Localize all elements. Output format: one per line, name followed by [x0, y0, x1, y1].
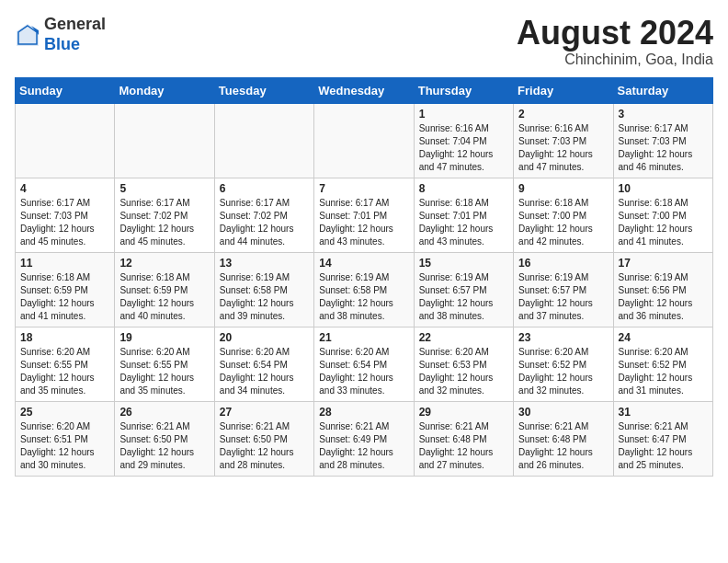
day-number: 14	[319, 257, 408, 270]
weekday-header: Tuesday	[214, 77, 313, 103]
calendar-cell: 24Sunrise: 6:20 AM Sunset: 6:52 PM Dayli…	[613, 327, 712, 401]
day-info: Sunrise: 6:20 AM Sunset: 6:52 PM Dayligh…	[518, 346, 608, 397]
day-number: 19	[119, 331, 209, 344]
weekday-header: Monday	[115, 77, 214, 103]
weekday-header: Friday	[514, 77, 613, 103]
calendar-cell: 23Sunrise: 6:20 AM Sunset: 6:52 PM Dayli…	[514, 327, 613, 401]
day-info: Sunrise: 6:19 AM Sunset: 6:57 PM Dayligh…	[419, 271, 508, 323]
day-number: 20	[220, 331, 309, 344]
calendar-cell: 19Sunrise: 6:20 AM Sunset: 6:55 PM Dayli…	[115, 327, 214, 401]
day-number: 30	[518, 406, 608, 419]
day-number: 26	[119, 406, 209, 419]
day-info: Sunrise: 6:17 AM Sunset: 7:03 PM Dayligh…	[20, 197, 109, 248]
logo-icon	[15, 22, 40, 48]
calendar-cell	[214, 103, 313, 178]
day-info: Sunrise: 6:20 AM Sunset: 6:54 PM Dayligh…	[220, 346, 309, 397]
calendar-cell: 11Sunrise: 6:18 AM Sunset: 6:59 PM Dayli…	[16, 252, 115, 327]
day-info: Sunrise: 6:21 AM Sunset: 6:50 PM Dayligh…	[220, 420, 309, 472]
calendar-cell: 31Sunrise: 6:21 AM Sunset: 6:47 PM Dayli…	[613, 401, 712, 476]
day-number: 29	[419, 406, 508, 419]
calendar-week-row: 18Sunrise: 6:20 AM Sunset: 6:55 PM Dayli…	[16, 327, 713, 401]
calendar-cell: 5Sunrise: 6:17 AM Sunset: 7:02 PM Daylig…	[115, 178, 214, 252]
page-header: General Blue August 2024 Chinchinim, Goa…	[15, 15, 713, 68]
day-info: Sunrise: 6:18 AM Sunset: 7:01 PM Dayligh…	[419, 197, 508, 248]
day-number: 21	[319, 331, 408, 344]
weekday-row: SundayMondayTuesdayWednesdayThursdayFrid…	[16, 77, 713, 103]
day-info: Sunrise: 6:20 AM Sunset: 6:53 PM Dayligh…	[419, 346, 508, 397]
day-info: Sunrise: 6:16 AM Sunset: 7:04 PM Dayligh…	[419, 122, 508, 174]
calendar-subtitle: Chinchinim, Goa, India	[517, 52, 713, 68]
calendar-cell: 10Sunrise: 6:18 AM Sunset: 7:00 PM Dayli…	[613, 178, 712, 252]
calendar-cell: 25Sunrise: 6:20 AM Sunset: 6:51 PM Dayli…	[16, 401, 115, 476]
calendar-cell: 12Sunrise: 6:18 AM Sunset: 6:59 PM Dayli…	[115, 252, 214, 327]
calendar-cell: 18Sunrise: 6:20 AM Sunset: 6:55 PM Dayli…	[16, 327, 115, 401]
day-number: 3	[619, 108, 708, 121]
day-number: 15	[419, 257, 508, 270]
title-block: August 2024 Chinchinim, Goa, India	[517, 15, 713, 68]
calendar-cell: 1Sunrise: 6:16 AM Sunset: 7:04 PM Daylig…	[414, 103, 513, 178]
calendar-week-row: 11Sunrise: 6:18 AM Sunset: 6:59 PM Dayli…	[16, 252, 713, 327]
calendar-cell: 28Sunrise: 6:21 AM Sunset: 6:49 PM Dayli…	[314, 401, 414, 476]
day-number: 13	[220, 257, 309, 270]
calendar-cell: 7Sunrise: 6:17 AM Sunset: 7:01 PM Daylig…	[314, 178, 414, 252]
day-info: Sunrise: 6:20 AM Sunset: 6:52 PM Dayligh…	[619, 346, 708, 397]
day-info: Sunrise: 6:20 AM Sunset: 6:54 PM Dayligh…	[319, 346, 408, 397]
calendar-header: SundayMondayTuesdayWednesdayThursdayFrid…	[16, 77, 713, 103]
weekday-header: Wednesday	[314, 77, 414, 103]
calendar-cell: 8Sunrise: 6:18 AM Sunset: 7:01 PM Daylig…	[414, 178, 513, 252]
calendar-table: SundayMondayTuesdayWednesdayThursdayFrid…	[15, 77, 713, 477]
day-number: 5	[119, 182, 209, 195]
day-number: 25	[20, 406, 109, 419]
calendar-week-row: 1Sunrise: 6:16 AM Sunset: 7:04 PM Daylig…	[16, 103, 713, 178]
day-info: Sunrise: 6:19 AM Sunset: 6:56 PM Dayligh…	[619, 271, 708, 323]
day-info: Sunrise: 6:21 AM Sunset: 6:50 PM Dayligh…	[119, 420, 209, 472]
day-info: Sunrise: 6:21 AM Sunset: 6:48 PM Dayligh…	[518, 420, 608, 472]
day-info: Sunrise: 6:20 AM Sunset: 6:55 PM Dayligh…	[20, 346, 109, 397]
calendar-cell: 6Sunrise: 6:17 AM Sunset: 7:02 PM Daylig…	[214, 178, 313, 252]
day-info: Sunrise: 6:21 AM Sunset: 6:48 PM Dayligh…	[419, 420, 508, 472]
day-info: Sunrise: 6:21 AM Sunset: 6:47 PM Dayligh…	[619, 420, 708, 472]
calendar-cell	[16, 103, 115, 178]
day-info: Sunrise: 6:20 AM Sunset: 6:55 PM Dayligh…	[119, 346, 209, 397]
day-info: Sunrise: 6:21 AM Sunset: 6:49 PM Dayligh…	[319, 420, 408, 472]
calendar-cell: 27Sunrise: 6:21 AM Sunset: 6:50 PM Dayli…	[214, 401, 313, 476]
day-number: 23	[518, 331, 608, 344]
day-number: 18	[20, 331, 109, 344]
day-info: Sunrise: 6:18 AM Sunset: 7:00 PM Dayligh…	[518, 197, 608, 248]
weekday-header: Thursday	[414, 77, 513, 103]
calendar-cell: 15Sunrise: 6:19 AM Sunset: 6:57 PM Dayli…	[414, 252, 513, 327]
calendar-cell	[314, 103, 414, 178]
day-number: 2	[518, 108, 608, 121]
weekday-header: Sunday	[16, 77, 115, 103]
day-info: Sunrise: 6:18 AM Sunset: 7:00 PM Dayligh…	[619, 197, 708, 248]
day-number: 27	[220, 406, 309, 419]
day-number: 4	[20, 182, 109, 195]
day-number: 28	[319, 406, 408, 419]
day-info: Sunrise: 6:19 AM Sunset: 6:58 PM Dayligh…	[319, 271, 408, 323]
calendar-cell: 16Sunrise: 6:19 AM Sunset: 6:57 PM Dayli…	[514, 252, 613, 327]
day-number: 24	[619, 331, 708, 344]
day-number: 7	[319, 182, 408, 195]
calendar-title: August 2024	[517, 15, 713, 52]
calendar-cell: 2Sunrise: 6:16 AM Sunset: 7:03 PM Daylig…	[514, 103, 613, 178]
day-info: Sunrise: 6:17 AM Sunset: 7:03 PM Dayligh…	[619, 122, 708, 174]
calendar-week-row: 4Sunrise: 6:17 AM Sunset: 7:03 PM Daylig…	[16, 178, 713, 252]
day-info: Sunrise: 6:17 AM Sunset: 7:02 PM Dayligh…	[220, 197, 309, 248]
day-number: 11	[20, 257, 109, 270]
day-info: Sunrise: 6:19 AM Sunset: 6:57 PM Dayligh…	[518, 271, 608, 323]
calendar-cell: 14Sunrise: 6:19 AM Sunset: 6:58 PM Dayli…	[314, 252, 414, 327]
day-number: 31	[619, 406, 708, 419]
calendar-cell: 13Sunrise: 6:19 AM Sunset: 6:58 PM Dayli…	[214, 252, 313, 327]
day-info: Sunrise: 6:16 AM Sunset: 7:03 PM Dayligh…	[518, 122, 608, 174]
day-info: Sunrise: 6:19 AM Sunset: 6:58 PM Dayligh…	[220, 271, 309, 323]
day-info: Sunrise: 6:18 AM Sunset: 6:59 PM Dayligh…	[20, 271, 109, 323]
day-info: Sunrise: 6:20 AM Sunset: 6:51 PM Dayligh…	[20, 420, 109, 472]
day-number: 12	[119, 257, 209, 270]
calendar-cell	[115, 103, 214, 178]
logo-text: General Blue	[44, 15, 106, 54]
logo: General Blue	[15, 15, 106, 54]
day-info: Sunrise: 6:18 AM Sunset: 6:59 PM Dayligh…	[119, 271, 209, 323]
calendar-cell: 9Sunrise: 6:18 AM Sunset: 7:00 PM Daylig…	[514, 178, 613, 252]
svg-marker-0	[17, 24, 39, 46]
day-number: 17	[619, 257, 708, 270]
